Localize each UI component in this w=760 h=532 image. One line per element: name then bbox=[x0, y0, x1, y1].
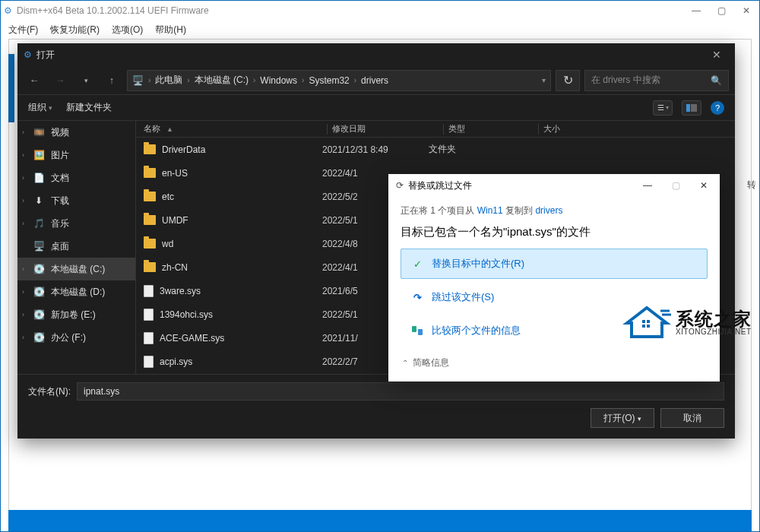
close-button[interactable]: ✕ bbox=[695, 179, 712, 192]
chevron-right-icon: › bbox=[22, 311, 24, 318]
nav-item[interactable]: ›⬇下载 bbox=[17, 189, 135, 212]
nav-item[interactable]: ›💽本地磁盘 (D:) bbox=[17, 280, 135, 303]
dism-menubar: 文件(F) 恢复功能(R) 选项(O) 帮助(H) bbox=[1, 21, 759, 39]
menu-options[interactable]: 选项(O) bbox=[112, 24, 143, 36]
gear-icon: ⚙ bbox=[24, 49, 32, 60]
help-button[interactable]: ? bbox=[711, 101, 724, 115]
crumb-drivers[interactable]: drivers bbox=[361, 75, 388, 86]
nav-item[interactable]: ›🖼️图片 bbox=[17, 144, 135, 166]
forward-button[interactable]: → bbox=[49, 70, 71, 91]
nav-label: 图片 bbox=[51, 149, 69, 162]
nav-label: 本地磁盘 (D:) bbox=[51, 286, 105, 299]
nav-label: 视频 bbox=[51, 126, 69, 139]
copy-dst-link[interactable]: drivers bbox=[535, 205, 562, 216]
nav-item[interactable]: 🖥️桌面 bbox=[17, 235, 135, 258]
folder-icon bbox=[144, 215, 156, 225]
up-button[interactable]: ↑ bbox=[101, 70, 122, 91]
view-mode-button[interactable]: ☰▾ bbox=[653, 100, 673, 116]
chevron-right-icon: › bbox=[187, 76, 189, 84]
window-controls: — ▢ ✕ bbox=[692, 5, 756, 16]
check-icon: ✓ bbox=[410, 258, 424, 270]
watermark-cn: 系统之家 bbox=[676, 310, 752, 328]
layout-icon bbox=[686, 104, 697, 112]
dism-bottombar bbox=[8, 510, 752, 531]
chevron-right-icon: › bbox=[22, 128, 24, 136]
copy-src-link[interactable]: Win11 bbox=[477, 205, 503, 216]
crumb-windows[interactable]: Windows bbox=[260, 75, 297, 86]
minimize-button[interactable]: — bbox=[638, 179, 657, 192]
file-type: 文件夹 bbox=[429, 143, 514, 156]
nav-item[interactable]: ›🎵音乐 bbox=[17, 212, 135, 235]
nav-item[interactable]: ›🎞️视频 bbox=[17, 121, 135, 144]
file-name: wd bbox=[162, 239, 173, 249]
menu-file[interactable]: 文件(F) bbox=[8, 24, 38, 36]
open-title: 打开 bbox=[36, 49, 55, 62]
file-icon bbox=[144, 285, 154, 297]
maximize-button[interactable]: ▢ bbox=[667, 179, 685, 192]
svg-rect-0 bbox=[412, 326, 416, 332]
list-icon: ☰ bbox=[657, 103, 664, 112]
crumb-pc[interactable]: 此电脑 bbox=[155, 74, 182, 87]
dism-titlebar[interactable]: ⚙ Dism++x64 Beta 10.1.2002.114 UEFI Firm… bbox=[1, 1, 759, 21]
nav-icon: 💽 bbox=[33, 309, 45, 320]
search-input[interactable]: 在 drivers 中搜索 🔍 bbox=[584, 70, 729, 91]
chevron-right-icon: › bbox=[22, 151, 24, 159]
minimize-button[interactable]: — bbox=[692, 5, 701, 16]
breadcrumb[interactable]: 🖥️ › 此电脑 › 本地磁盘 (C:) › Windows › System3… bbox=[127, 70, 551, 91]
edge-text: 转 bbox=[747, 179, 756, 192]
replace-option[interactable]: ✓ 替换目标中的文件(R) bbox=[401, 249, 708, 279]
crumb-c[interactable]: 本地磁盘 (C:) bbox=[195, 74, 249, 87]
open-footer: 文件名(N): 打开(O) ▾ 取消 bbox=[17, 374, 735, 439]
search-placeholder: 在 drivers 中搜索 bbox=[591, 74, 660, 87]
menu-help[interactable]: 帮助(H) bbox=[155, 24, 186, 36]
recent-button[interactable]: ▾ bbox=[75, 70, 97, 91]
folder-icon bbox=[144, 192, 156, 201]
chevron-right-icon: › bbox=[22, 220, 24, 227]
newfolder-button[interactable]: 新建文件夹 bbox=[66, 101, 112, 114]
preview-pane-button[interactable] bbox=[682, 100, 701, 116]
close-button[interactable]: ✕ bbox=[743, 5, 750, 16]
chevron-down-icon[interactable]: ▾ bbox=[542, 76, 546, 84]
chevron-up-icon: ⌃ bbox=[402, 359, 408, 367]
more-details-toggle[interactable]: ⌃ 简略信息 bbox=[401, 353, 708, 372]
refresh-button[interactable]: ↻ bbox=[556, 70, 580, 91]
svg-rect-5 bbox=[647, 325, 650, 328]
sidebar-strip bbox=[8, 54, 14, 122]
chevron-right-icon: › bbox=[22, 288, 24, 296]
copy-titlebar[interactable]: ⟳ 替换或跳过文件 — ▢ ✕ bbox=[388, 174, 720, 197]
file-row[interactable]: DriverData2021/12/31 8:49文件夹 bbox=[136, 138, 735, 161]
search-icon: 🔍 bbox=[711, 75, 722, 86]
file-name: acpi.sys bbox=[160, 356, 192, 367]
nav-icon: ⬇ bbox=[33, 195, 45, 206]
nav-item[interactable]: ›💽本地磁盘 (C:) bbox=[17, 258, 135, 280]
file-name: en-US bbox=[162, 168, 188, 179]
col-type[interactable]: 类型 bbox=[448, 123, 534, 135]
col-date[interactable]: 修改日期 bbox=[332, 123, 439, 135]
column-headers: 名称▲ 修改日期 类型 大小 bbox=[136, 121, 735, 138]
svg-rect-4 bbox=[642, 325, 645, 328]
file-name: DriverData bbox=[162, 144, 205, 155]
col-name[interactable]: 名称▲ bbox=[144, 123, 322, 135]
nav-item[interactable]: ›📄文档 bbox=[17, 166, 135, 189]
cancel-button[interactable]: 取消 bbox=[660, 408, 724, 428]
chevron-right-icon: › bbox=[148, 76, 150, 84]
menu-restore[interactable]: 恢复功能(R) bbox=[50, 24, 100, 36]
nav-label: 本地磁盘 (C:) bbox=[51, 263, 105, 276]
nav-icon: 🖼️ bbox=[33, 150, 45, 160]
nav-label: 桌面 bbox=[51, 240, 69, 253]
col-size[interactable]: 大小 bbox=[543, 123, 735, 135]
open-button[interactable]: 打开(O) ▾ bbox=[591, 408, 654, 428]
organize-button[interactable]: 组织 ▾ bbox=[28, 101, 52, 114]
refresh-icon: ↻ bbox=[563, 73, 573, 87]
crumb-system32[interactable]: System32 bbox=[309, 75, 349, 86]
maximize-button[interactable]: ▢ bbox=[717, 5, 726, 16]
open-titlebar[interactable]: ⚙ 打开 ✕ bbox=[17, 43, 735, 66]
svg-rect-3 bbox=[647, 320, 650, 323]
nav-item[interactable]: ›💽办公 (F:) bbox=[17, 326, 135, 349]
close-icon[interactable]: ✕ bbox=[705, 49, 729, 61]
file-date: 2021/12/31 8:49 bbox=[322, 144, 429, 155]
filename-input[interactable] bbox=[77, 382, 724, 401]
back-button[interactable]: ← bbox=[24, 70, 45, 91]
nav-item[interactable]: ›💽新加卷 (E:) bbox=[17, 303, 135, 326]
folder-icon bbox=[144, 262, 156, 272]
